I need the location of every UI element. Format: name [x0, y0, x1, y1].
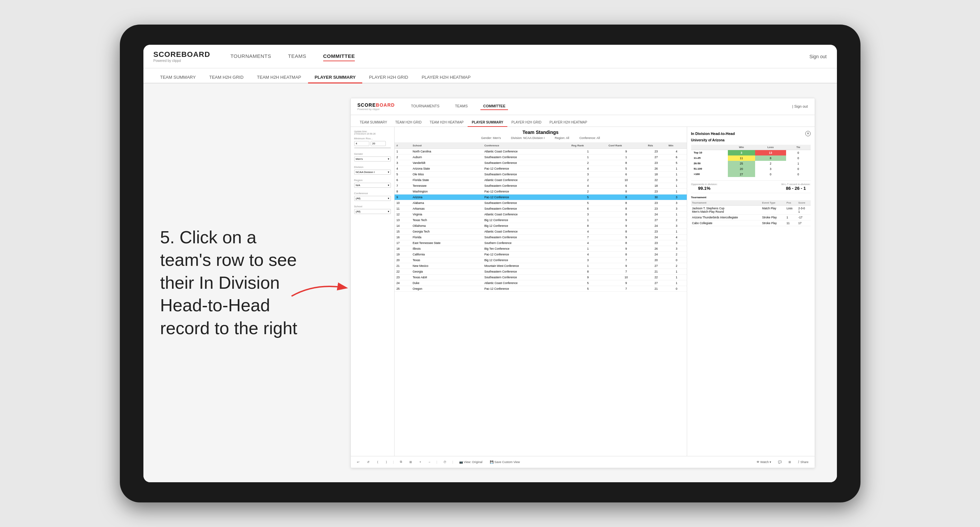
cell-reg-rank: 1	[569, 154, 606, 160]
h2h-win: 3	[728, 150, 755, 156]
app-nav-tournaments[interactable]: TOURNAMENTS	[408, 103, 442, 110]
h2h-row: 26-50 25 2 1	[691, 161, 811, 166]
gender-select[interactable]: Men's ▾	[354, 157, 391, 162]
wlt-label: W-L-T record in-division:	[781, 183, 811, 186]
sub-nav-team-h2h-heatmap[interactable]: TEAM H2H HEATMAP	[250, 72, 308, 83]
tourn-type: Match Play	[761, 205, 786, 214]
sub-nav-team-summary[interactable]: TEAM SUMMARY	[154, 72, 203, 83]
table-row[interactable]: 4 Arizona State Pac-12 Conference 4 5 26…	[395, 165, 687, 171]
table-row[interactable]: 22 Georgia Southeastern Conference 8 7 2…	[395, 268, 687, 274]
cell-school: Arizona State	[411, 165, 482, 171]
copy-button[interactable]: ⧉	[398, 459, 404, 464]
cell-win: 3	[667, 246, 687, 251]
min-rounds-max[interactable]: 20	[371, 141, 386, 146]
app-sub-player-summary[interactable]: PLAYER SUMMARY	[468, 119, 508, 127]
app-sub-team-h2h-grid[interactable]: TEAM H2H GRID	[391, 119, 426, 127]
paste-button[interactable]: ⊞	[407, 460, 414, 464]
app-sub-player-h2h-heatmap[interactable]: PLAYER H2H HEATMAP	[546, 119, 591, 127]
app-sub-player-h2h-grid[interactable]: PLAYER H2H GRID	[508, 119, 546, 127]
sub-nav-player-h2h-grid[interactable]: PLAYER H2H GRID	[362, 72, 415, 83]
cell-num: 9	[395, 194, 411, 200]
table-row[interactable]: 16 Florida Southeastern Conference 7 9 2…	[395, 234, 687, 240]
table-row[interactable]: 19 California Pac-12 Conference 4 8 24 2	[395, 251, 687, 257]
view-original-button[interactable]: 📷 View: Original	[457, 460, 484, 464]
cell-school: Auburn	[411, 154, 482, 160]
sub-nav-player-summary[interactable]: PLAYER SUMMARY	[308, 72, 363, 83]
step-back-button[interactable]: ⟨	[375, 460, 380, 464]
table-row[interactable]: 6 Florida State Atlantic Coast Conferenc…	[395, 177, 687, 183]
cell-reg-rank: 4	[569, 240, 606, 246]
table-row[interactable]: 21 New Mexico Mountain West Conference 1…	[395, 263, 687, 268]
conference-meta: Conference: All	[579, 136, 600, 140]
conference-select[interactable]: (All) ▾	[354, 196, 391, 201]
app-nav-committee[interactable]: COMMITTEE	[480, 103, 508, 110]
cell-rds: 20	[646, 257, 667, 263]
table-row[interactable]: 10 Alabama Southeastern Conference 5 8 2…	[395, 200, 687, 206]
tournament-row: Jackson T. Stephens Cup Men's Match-Play…	[691, 205, 811, 214]
panel-header: In Division Head-to-Head ✕	[691, 131, 811, 136]
close-button[interactable]: ✕	[805, 131, 811, 136]
nav-link-teams[interactable]: TEAMS	[288, 51, 306, 61]
watch-button[interactable]: 👁 Watch ▾	[754, 460, 773, 464]
table-row[interactable]: 20 Texas Big 12 Conference 3 7 20 0	[395, 257, 687, 263]
app-sub-team-h2h-heatmap[interactable]: TEAM H2H HEATMAP	[426, 119, 468, 127]
table-row[interactable]: 1 North Carolina Atlantic Coast Conferen…	[395, 148, 687, 154]
share-button[interactable]: ⤴ Share	[796, 460, 811, 464]
table-row[interactable]: 12 Virginia Atlantic Coast Conference 3 …	[395, 211, 687, 217]
table-row[interactable]: 11 Arkansas Southeastern Conference 6 8 …	[395, 206, 687, 211]
cell-conference: Mountain West Conference	[482, 263, 570, 268]
cell-rds: 21	[646, 268, 667, 274]
h2h-tie: 0	[786, 156, 811, 161]
table-row[interactable]: 25 Oregon Pac-12 Conference 5 7 21 0	[395, 286, 687, 291]
save-custom-button[interactable]: 💾 Save Custom View	[488, 460, 522, 464]
toolbar-sep3: |	[452, 460, 453, 464]
school-select[interactable]: (All) ▾	[354, 209, 391, 214]
table-row[interactable]: 5 Ole Miss Southeastern Conference 3 6 1…	[395, 171, 687, 177]
cell-conf-rank: 8	[606, 206, 646, 211]
table-row[interactable]: 24 Duke Atlantic Coast Conference 5 9 27…	[395, 280, 687, 286]
sub-nav-player-h2h-heatmap[interactable]: PLAYER H2H HEATMAP	[415, 72, 477, 83]
table-row[interactable]: 17 East Tennessee State Southern Confere…	[395, 240, 687, 246]
table-header-row: # School Conference Reg Rank Conf Rank R…	[395, 143, 687, 149]
filter-slider[interactable]	[354, 148, 391, 148]
clock-button[interactable]: ⏱	[441, 460, 449, 464]
cell-conf-rank: 9	[606, 234, 646, 240]
cell-school: Oklahoma	[411, 223, 482, 229]
region-select[interactable]: N/A ▾	[354, 183, 391, 188]
cell-win: 2	[667, 251, 687, 257]
nav-link-tournaments[interactable]: TOURNAMENTS	[230, 51, 271, 61]
remove-button[interactable]: −	[426, 460, 432, 464]
cell-rds: 23	[646, 229, 667, 234]
cell-rds: 18	[646, 183, 667, 189]
table-row[interactable]: 18 Illinois Big Ten Conference 1 9 26 3	[395, 246, 687, 251]
division-select[interactable]: NCAA Division I ▾	[354, 170, 391, 175]
table-row[interactable]: 3 Vanderbilt Southeastern Conference 2 8…	[395, 160, 687, 165]
step-fwd-button[interactable]: ⟩	[384, 460, 389, 464]
undo-button[interactable]: ↩	[355, 460, 361, 464]
app-sign-out[interactable]: | Sign out	[792, 104, 808, 108]
app-nav-teams[interactable]: TEAMS	[452, 103, 470, 110]
min-rounds-min[interactable]: 4	[354, 141, 369, 146]
cell-reg-rank: 3	[569, 171, 606, 177]
sign-out-button[interactable]: Sign out	[809, 54, 826, 59]
app-sub-team-summary[interactable]: TEAM SUMMARY	[356, 119, 391, 127]
add-button[interactable]: +	[417, 460, 423, 464]
cell-conf-rank: 8	[606, 240, 646, 246]
cell-conference: Southeastern Conference	[482, 274, 570, 280]
h2h-loss: 3	[755, 166, 786, 171]
grid-button[interactable]: ⊞	[786, 460, 793, 464]
cell-conference: Southeastern Conference	[482, 160, 570, 165]
table-row[interactable]: 9 Arizona Pac-12 Conference 5 8 30 3	[395, 194, 687, 200]
table-row[interactable]: 8 Washington Pac-12 Conference 2 8 23 1	[395, 189, 687, 194]
table-row[interactable]: 2 Auburn Southeastern Conference 1 1 27 …	[395, 154, 687, 160]
table-row[interactable]: 15 Georgia Tech Atlantic Coast Conferenc…	[395, 229, 687, 234]
sub-nav-team-h2h-grid[interactable]: TEAM H2H GRID	[202, 72, 250, 83]
table-row[interactable]: 7 Tennessee Southeastern Conference 4 6 …	[395, 183, 687, 189]
nav-link-committee[interactable]: COMMITTEE	[323, 51, 355, 61]
tournament-section-label: Tournament	[691, 196, 811, 199]
redo-button[interactable]: ↺	[365, 460, 372, 464]
table-row[interactable]: 23 Texas A&M Southeastern Conference 9 1…	[395, 274, 687, 280]
comment-button[interactable]: 💬	[776, 460, 784, 464]
table-row[interactable]: 13 Texas Tech Big 12 Conference 1 9 27 2	[395, 217, 687, 223]
table-row[interactable]: 14 Oklahoma Big 12 Conference 8 9 24 3	[395, 223, 687, 229]
